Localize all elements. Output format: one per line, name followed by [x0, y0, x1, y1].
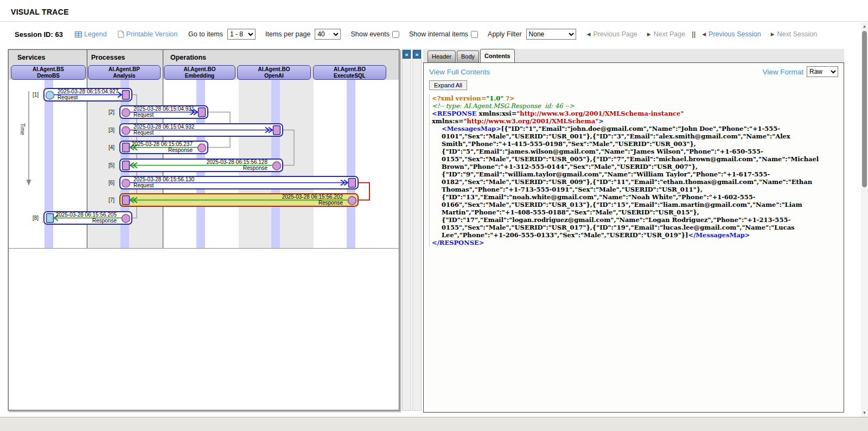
previous-session-button[interactable]: ◀ Previous Session: [702, 30, 761, 38]
next-page-button[interactable]: ▶ Next Page: [647, 30, 685, 38]
item-timestamp: 2025-03-28 06:15:56.205: [56, 212, 117, 218]
section-operations: Operations: [170, 54, 206, 61]
item-kind-label: Response: [168, 147, 193, 153]
legend-icon: [75, 31, 82, 37]
goto-items-select[interactable]: 1 - 8: [227, 29, 256, 40]
show-events-label: Show events: [350, 30, 390, 38]
lifeline-executesql: [347, 80, 355, 248]
apply-filter-label: Apply Filter: [488, 30, 522, 38]
time-axis-label: Time: [20, 123, 25, 135]
item-timestamp: 2025-03-28 06:15:04.932: [133, 124, 194, 130]
item-number: [1]: [33, 92, 39, 98]
trace-item-4[interactable]: [4]2025-03-28 06:15:05.237Response: [119, 141, 208, 154]
page-title: VISUAL TRACE: [11, 8, 69, 16]
lane-header-embedding: AI.Agent.BOEmbedding: [164, 65, 235, 80]
collapse-left-button[interactable]: «: [403, 50, 411, 59]
collapse-left-strip: «: [402, 49, 411, 411]
items-per-page-label: Items per page: [265, 30, 310, 38]
item-kind-label: Request: [133, 112, 154, 118]
lane-header-openai: AI.Agent.BOOpenAI: [237, 65, 311, 80]
expand-all-button[interactable]: Expand All: [429, 80, 467, 90]
legend-link[interactable]: Legend: [75, 30, 107, 38]
show-internal-items-label: Show internal items: [409, 30, 468, 38]
session-id-label: Session ID: 63: [15, 30, 63, 39]
message-detail-panel: HeaderBodyContents View Full Contents Vi…: [423, 49, 844, 413]
item-kind-label: Response: [243, 165, 267, 171]
item-kind-label: Request: [133, 130, 154, 136]
tab-body[interactable]: Body: [457, 50, 479, 62]
view-full-contents-link[interactable]: View Full Contents: [429, 68, 490, 76]
printable-version-link[interactable]: Printable Version: [118, 30, 178, 38]
trace-item-3[interactable]: [3]2025-03-28 06:15:04.932Request: [119, 123, 283, 137]
next-session-button[interactable]: ▶ Next Session: [771, 30, 818, 38]
trace-item-5[interactable]: [5]2025-03-28 06:15:56.128Response: [119, 159, 283, 172]
item-timestamp: 2025-03-28 06:15:05.237: [132, 141, 193, 147]
toolbar: Session ID: 63 Legend Printable Version …: [0, 22, 868, 46]
collapse-right-button[interactable]: »: [413, 50, 421, 59]
item-kind-label: Request: [58, 94, 78, 100]
nav-separator: ||: [692, 30, 695, 38]
item-number: [2]: [108, 109, 114, 115]
previous-page-button[interactable]: ◀ Previous Page: [587, 30, 637, 38]
apply-filter-select[interactable]: None: [526, 29, 576, 40]
item-timestamp: 2025-03-28 06:15:56.130: [133, 176, 194, 182]
pair-connector-selected: [359, 183, 369, 200]
title-bar: VISUAL TRACE: [0, 0, 868, 22]
lane-header-analysis: AI.Agent.BPAnalysis: [88, 65, 161, 80]
item-timestamp: 2025-03-28 06:15:04.927: [58, 88, 118, 94]
sequence-diagram: Services Processes Operations AI.Agent.B…: [8, 49, 399, 410]
lane-header-demobs: AI.Agent.BSDemoBS: [11, 65, 86, 80]
item-number: [3]: [108, 127, 114, 133]
prev-triangle-icon: ◀: [587, 31, 591, 37]
tab-contents[interactable]: Contents: [480, 49, 515, 62]
view-format-label: View Format: [762, 68, 803, 76]
show-internal-items-checkbox[interactable]: [471, 31, 478, 38]
trace-item-2[interactable]: [2]2025-03-28 06:15:04.931Request: [119, 105, 208, 119]
printable-icon: [118, 30, 124, 38]
trace-item-1[interactable]: [1]2025-03-28 06:15:04.927Request: [43, 88, 132, 102]
lane-header-executesql: AI.Agent.BOExecuteSQL: [313, 65, 386, 80]
prev-triangle-icon: ◀: [702, 31, 706, 37]
page-scrollbar[interactable]: ▲ ▼: [861, 23, 868, 417]
item-number: [7]: [108, 197, 114, 203]
trace-item-8[interactable]: [8]2025-03-28 06:15:56.205Response: [43, 211, 132, 225]
trace-item-6[interactable]: [6]2025-03-28 06:15:56.130Request: [119, 176, 359, 189]
trace-diagram-panel: Services Processes Operations AI.Agent.B…: [8, 49, 400, 411]
item-number: [5]: [108, 162, 114, 168]
time-axis-arrow: [25, 89, 33, 187]
item-number: [4]: [108, 144, 114, 150]
scrollbar-thumb[interactable]: [862, 31, 867, 187]
view-format-select[interactable]: Raw: [807, 66, 838, 77]
item-timestamp: 2025-03-28 06:15:04.931: [133, 106, 194, 112]
diagram-bottom-line: [9, 248, 399, 249]
show-events-checkbox[interactable]: [392, 31, 399, 38]
scrollbar-down-icon[interactable]: ▼: [861, 409, 868, 417]
section-processes: Processes: [91, 54, 125, 61]
collapse-right-strip: »: [412, 49, 422, 411]
item-timestamp: 2025-03-28 06:15:56.128: [207, 159, 267, 165]
item-number: [6]: [108, 180, 114, 186]
xml-message-content: <?xml version="1.0" ?><!-- type: AI.Agen…: [429, 94, 838, 246]
item-kind-label: Response: [92, 218, 117, 224]
section-services: Services: [17, 54, 45, 61]
detail-tabstrip: HeaderBodyContents: [423, 49, 844, 62]
detail-content: View Full Contents View Format Raw Expan…: [423, 62, 844, 413]
footer-bar: [0, 417, 868, 431]
goto-items-label: Go to items: [188, 30, 223, 38]
next-triangle-icon: ▶: [647, 31, 651, 37]
item-timestamp: 2025-03-28 06:15:56.202: [282, 194, 343, 200]
items-per-page-select[interactable]: 40: [315, 29, 341, 40]
item-kind-label: Response: [318, 200, 343, 206]
next-triangle-icon: ▶: [771, 31, 775, 37]
item-number: [8]: [33, 215, 39, 221]
item-kind-label: Request: [133, 182, 154, 188]
scrollbar-up-icon[interactable]: ▲: [861, 23, 868, 30]
tab-header[interactable]: Header: [427, 50, 456, 62]
trace-item-7[interactable]: [7]2025-03-28 06:15:56.202Response: [119, 193, 359, 207]
